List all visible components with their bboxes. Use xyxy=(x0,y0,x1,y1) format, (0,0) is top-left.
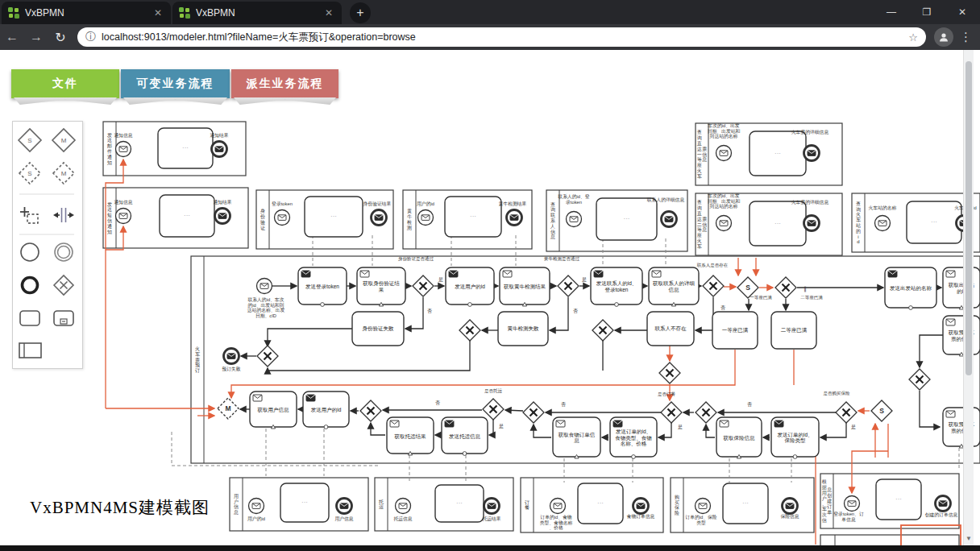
vertical-scrollbar[interactable]: ▼ xyxy=(963,50,974,545)
bpmn-task[interactable]: 身份验证失败 xyxy=(352,312,404,346)
bpmn-start-event[interactable] xyxy=(845,496,860,512)
bpmn-task[interactable]: 发送订单的id、食物类型、食物名称、价格 xyxy=(610,417,657,458)
split-gateway-s-tool[interactable]: S xyxy=(19,129,41,151)
bpmn-subprocess[interactable]: ··· xyxy=(578,483,623,524)
svg-text:托: 托 xyxy=(378,499,384,504)
bpmn-subprocess[interactable]: ··· xyxy=(160,195,214,237)
bpmn-task[interactable]: 一等座已满 xyxy=(712,312,758,349)
bpmn-end-event[interactable] xyxy=(507,210,522,226)
participant-tool[interactable] xyxy=(19,343,41,358)
bpmn-start-event[interactable] xyxy=(696,499,711,514)
bpmn-end-event[interactable] xyxy=(337,499,352,514)
scrollbar-thumb[interactable] xyxy=(965,61,972,375)
bpmn-start-event[interactable] xyxy=(116,209,131,224)
svg-text:类型: 类型 xyxy=(696,520,706,525)
bpmn-task[interactable]: 黄牛检测失败 xyxy=(498,312,548,346)
svg-text:查: 查 xyxy=(697,200,702,205)
bpmn-end-event[interactable] xyxy=(804,146,820,161)
bpmn-end-event[interactable] xyxy=(212,142,227,157)
bpmn-start-event[interactable] xyxy=(875,216,891,231)
bpmn-subprocess[interactable]: ··· xyxy=(876,479,921,520)
bpmn-task[interactable]: 获取用户信息 xyxy=(250,392,297,429)
merge-gateway-m-tool[interactable]: M xyxy=(52,129,75,151)
bpmn-subprocess[interactable]: ··· xyxy=(158,128,213,168)
bpmn-task[interactable]: 获取黄牛检测结果 xyxy=(500,267,550,306)
bpmn-start-event[interactable] xyxy=(567,212,582,227)
bpmn-task[interactable]: 获取保险信息 xyxy=(716,417,762,458)
bpmn-task[interactable]: 发送用户的id xyxy=(303,392,349,429)
bpmn-subprocess[interactable]: ··· xyxy=(435,485,484,522)
variable-gateway-s-tool[interactable]: S xyxy=(19,163,40,184)
bpmn-task[interactable]: 获取预订车票的信息 xyxy=(943,316,980,356)
svg-text:发: 发 xyxy=(107,201,112,207)
bpmn-task[interactable]: 获取预订车票的信息 xyxy=(943,408,980,448)
end-event-tool[interactable] xyxy=(23,278,38,293)
svg-text:···: ··· xyxy=(456,499,463,507)
svg-text:一: 一 xyxy=(697,152,702,157)
svg-text:获取保险信息: 获取保险信息 xyxy=(723,435,756,441)
svg-text:黄牛检测失败: 黄牛检测失败 xyxy=(508,325,540,332)
bpmn-task[interactable]: 获取托运结果 xyxy=(387,417,434,455)
bpmn-end-event[interactable] xyxy=(804,216,820,231)
bpmn-subprocess[interactable]: ··· xyxy=(445,197,501,237)
scrollbar-down-arrow[interactable]: ▼ xyxy=(965,535,973,542)
bpmn-task[interactable]: 获取联系人的详细信息 xyxy=(649,267,699,306)
bpmn-subprocess[interactable]: ··· xyxy=(305,197,363,237)
bpmn-end-event[interactable] xyxy=(224,349,239,364)
bpmn-task[interactable]: 发送登录token xyxy=(298,267,347,306)
bpmn-subprocess[interactable]: ··· xyxy=(750,131,806,176)
gateway-tool[interactable] xyxy=(54,276,73,295)
svg-text:···: ··· xyxy=(470,213,476,220)
bpmn-canvas[interactable]: 发送邮件通知发送短信通知身份验证黄牛检测查询联系人信息查询直达一等座火车票信息查… xyxy=(0,0,980,551)
bpmn-start-event[interactable] xyxy=(716,216,732,231)
bpmn-start-event[interactable] xyxy=(275,210,290,226)
bpmn-end-event[interactable] xyxy=(783,499,798,514)
bpmn-end-event[interactable] xyxy=(484,499,500,514)
svg-text:是: 是 xyxy=(582,277,587,283)
start-event-tool[interactable] xyxy=(21,243,39,261)
bpmn-task[interactable]: 发送联系人的id、登录token xyxy=(591,267,642,306)
bpmn-start-event[interactable] xyxy=(116,142,131,157)
svg-text:···: ··· xyxy=(182,144,189,151)
bpmn-task[interactable]: 联系人不存在 xyxy=(647,312,694,346)
bpmn-subprocess[interactable]: ··· xyxy=(723,483,768,524)
bpmn-end-event[interactable] xyxy=(662,212,677,227)
lasso-tool[interactable] xyxy=(20,207,38,223)
bpmn-task[interactable]: 获取食物订单信息 xyxy=(553,417,600,458)
intermediate-event-tool[interactable] xyxy=(55,243,73,261)
bpmn-end-event[interactable] xyxy=(633,499,649,514)
svg-text:是否托运: 是否托运 xyxy=(484,388,503,394)
svg-text:到达站的名称: 到达站的名称 xyxy=(710,203,738,209)
space-tool[interactable] xyxy=(53,208,74,222)
bpmn-task[interactable]: 发送出发站的名称 xyxy=(885,267,936,309)
bpmn-start-event[interactable] xyxy=(396,499,411,514)
bpmn-start-event[interactable] xyxy=(257,279,272,294)
bpmn-subprocess[interactable]: ··· xyxy=(596,198,657,240)
svg-text:险: 险 xyxy=(675,510,679,516)
bpmn-subprocess[interactable]: ··· xyxy=(280,483,329,522)
svg-text:保险信息: 保险信息 xyxy=(780,513,799,520)
subprocess-tool[interactable] xyxy=(54,311,73,325)
variable-gateway-m-tool[interactable]: M xyxy=(53,163,74,184)
bpmn-start-event[interactable] xyxy=(418,210,434,226)
bpmn-task[interactable]: 获取身份验证结果 xyxy=(357,267,405,306)
bpmn-start-event[interactable] xyxy=(550,499,566,514)
bpmn-start-event[interactable] xyxy=(249,499,264,514)
svg-text:···: ··· xyxy=(184,212,190,219)
bpmn-subprocess[interactable]: ··· xyxy=(750,201,806,246)
task-tool[interactable] xyxy=(20,311,39,325)
bpmn-task[interactable]: 发送订单的id、保险类型 xyxy=(771,417,819,458)
bpmn-start-event[interactable] xyxy=(716,146,732,161)
svg-text:通: 通 xyxy=(107,154,112,160)
bpmn-end-event[interactable] xyxy=(215,209,230,224)
bpmn-task[interactable]: 发送托运信息 xyxy=(442,417,488,455)
bpmn-end-event[interactable] xyxy=(372,210,387,226)
bpmn-subprocess[interactable]: ··· xyxy=(907,201,961,243)
svg-text:座: 座 xyxy=(697,232,702,238)
bpmn-task[interactable]: 发送用户的id xyxy=(446,267,494,306)
svg-text:查: 查 xyxy=(856,201,861,206)
bpmn-task[interactable]: 获取出发站的id xyxy=(943,267,980,309)
bpmn-task[interactable]: 二等座已满 xyxy=(771,312,816,349)
svg-text:知: 知 xyxy=(107,230,112,235)
bpmn-end-event[interactable] xyxy=(936,496,951,512)
